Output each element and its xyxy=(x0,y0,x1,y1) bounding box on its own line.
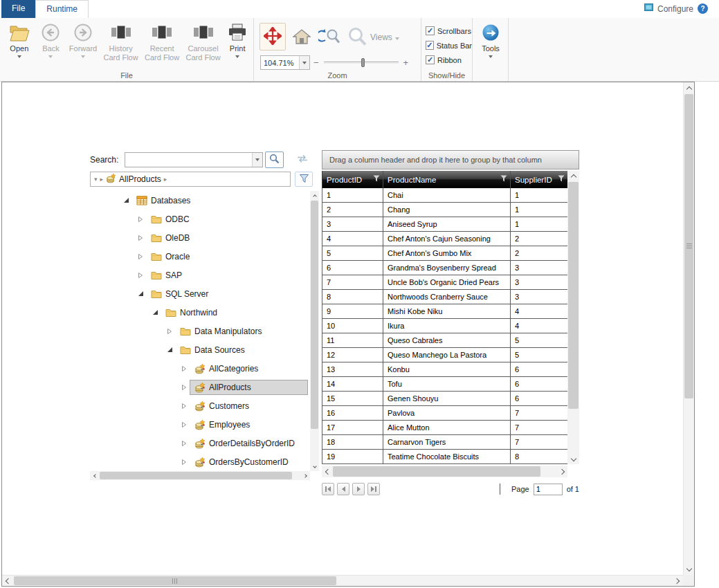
back-button[interactable]: Back xyxy=(36,20,66,58)
carousel-card-flow-button[interactable]: Carousel Card Flow xyxy=(183,20,224,62)
scroll-right-icon[interactable] xyxy=(301,471,310,480)
tree-hscroll-thumb[interactable] xyxy=(100,472,292,479)
column-filter-funnel-icon[interactable] xyxy=(373,175,380,184)
home-button[interactable] xyxy=(290,26,313,48)
table-row[interactable]: 13Konbu6 xyxy=(322,362,567,377)
table-row[interactable]: 18Carnarvon Tigers7 xyxy=(322,435,567,450)
scroll-left-icon[interactable] xyxy=(90,471,99,480)
table-row[interactable]: 12Queso Manchego La Pastora5 xyxy=(322,348,567,362)
grid-vscroll-thumb[interactable] xyxy=(568,182,579,409)
scrollbars-checkbox[interactable]: ✓ Scrollbars xyxy=(426,24,472,38)
scroll-up-icon[interactable] xyxy=(310,191,319,200)
tree-item-data-manipulators[interactable]: Data Manipulators xyxy=(90,322,310,340)
collapsed-arrow-icon[interactable] xyxy=(136,253,145,260)
tree-item-allcategories[interactable]: AllCategories xyxy=(90,359,310,378)
tree-item-content[interactable]: OleDB xyxy=(146,231,308,245)
column-header-productid[interactable]: ProductID xyxy=(322,171,383,188)
tree-item-content[interactable]: AllCategories xyxy=(190,361,308,376)
zoom-level-combo[interactable] xyxy=(260,55,310,70)
page-number-input[interactable] xyxy=(534,484,563,495)
breadcrumb-bar[interactable]: ▾ ▸ AllProducts ▸ xyxy=(90,172,291,187)
search-input[interactable] xyxy=(125,153,252,167)
document-hscroll-thumb[interactable] xyxy=(14,576,336,585)
help-icon[interactable]: ? xyxy=(698,3,708,14)
table-row[interactable]: 14Tofu6 xyxy=(322,377,567,392)
tree-item-northwind[interactable]: Northwind xyxy=(90,303,310,322)
collapsed-arrow-icon[interactable] xyxy=(180,384,188,391)
tree-item-customers[interactable]: Customers xyxy=(90,396,310,415)
expanded-arrow-icon[interactable] xyxy=(165,347,174,353)
combo-dropdown-button[interactable] xyxy=(299,56,309,69)
table-row[interactable]: 7Uncle Bob's Organic Dried Pears3 xyxy=(322,275,567,290)
scroll-up-icon[interactable] xyxy=(567,171,579,181)
tree-item-content[interactable]: AllProducts xyxy=(190,380,308,395)
zoom-slider[interactable]: − + xyxy=(313,54,417,71)
tree-horizontal-scrollbar[interactable] xyxy=(90,471,310,480)
scroll-right-icon[interactable] xyxy=(557,466,567,477)
previous-page-button[interactable] xyxy=(337,483,349,495)
document-horizontal-scrollbar[interactable] xyxy=(2,575,683,586)
search-button[interactable] xyxy=(265,151,284,168)
history-card-flow-button[interactable]: History Card Flow xyxy=(100,20,142,62)
collapsed-arrow-icon[interactable] xyxy=(165,328,174,335)
scroll-left-icon[interactable] xyxy=(322,466,332,477)
tree-item-content[interactable]: ODBC xyxy=(146,212,308,226)
tree-item-content[interactable]: Data Sources xyxy=(175,343,308,357)
tree-item-orderdetailsbyorderid[interactable]: OrderDetailsByOrderID xyxy=(90,434,310,452)
tree-item-content[interactable]: Oracle xyxy=(146,250,308,264)
open-button[interactable]: Open xyxy=(3,20,36,58)
tree-item-content[interactable]: Employees xyxy=(190,417,308,432)
sync-button[interactable] xyxy=(293,152,311,167)
tab-runtime[interactable]: Runtime xyxy=(35,0,89,18)
tree-item-content[interactable]: SQL Server xyxy=(146,287,308,301)
column-header-productname[interactable]: ProductName xyxy=(383,171,511,188)
table-row[interactable]: 6Grandma's Boysenberry Spread3 xyxy=(322,261,567,275)
zoom-slider-thumb[interactable] xyxy=(361,58,365,67)
table-row[interactable]: 15Genen Shouyu6 xyxy=(322,392,567,406)
zoom-reset-button[interactable] xyxy=(316,26,343,48)
configure-button[interactable]: Configure xyxy=(657,4,693,14)
grid-horizontal-scrollbar[interactable] xyxy=(322,466,567,477)
grid-groupby-bar[interactable]: Drag a column header and drop it here to… xyxy=(322,150,579,169)
scroll-down-icon[interactable] xyxy=(567,454,579,464)
grid-hscroll-thumb[interactable] xyxy=(333,466,540,477)
table-row[interactable]: 19Teatime Chocolate Biscuits8 xyxy=(322,450,567,464)
forward-button[interactable]: Forward xyxy=(66,20,100,58)
table-row[interactable]: 5Chef Anton's Gumbo Mix2 xyxy=(322,246,567,261)
table-row[interactable]: 4Chef Anton's Cajun Seasoning2 xyxy=(322,232,567,246)
collapsed-arrow-icon[interactable] xyxy=(180,403,188,410)
tree-item-databases[interactable]: Databases xyxy=(90,191,310,210)
tab-file[interactable]: File xyxy=(1,0,35,18)
tree-item-content[interactable]: Databases xyxy=(131,194,308,208)
tree-item-content[interactable]: Northwind xyxy=(161,306,308,320)
table-row[interactable]: 10Ikura4 xyxy=(322,319,567,333)
search-combo[interactable] xyxy=(125,152,263,167)
expanded-arrow-icon[interactable] xyxy=(122,197,130,203)
table-row[interactable]: 16Pavlova7 xyxy=(322,406,567,421)
table-row[interactable]: 9Mishi Kobe Niku4 xyxy=(322,304,567,319)
zoom-level-input[interactable] xyxy=(261,59,299,67)
recent-card-flow-button[interactable]: Recent Card Flow xyxy=(141,20,183,62)
tree-vscroll-thumb[interactable] xyxy=(311,201,318,429)
grid-vertical-scrollbar[interactable] xyxy=(567,171,579,464)
collapsed-arrow-icon[interactable] xyxy=(180,459,188,466)
tree-item-employees[interactable]: Employees xyxy=(90,415,310,434)
expanded-arrow-icon[interactable] xyxy=(151,309,159,315)
document-vertical-scrollbar[interactable] xyxy=(683,82,694,575)
collapsed-arrow-icon[interactable] xyxy=(180,421,188,428)
tree-vertical-scrollbar[interactable] xyxy=(310,191,319,471)
tree-item-content[interactable]: SAP xyxy=(146,268,308,282)
print-button[interactable]: Print xyxy=(224,20,251,58)
tree-item-oracle[interactable]: Oracle xyxy=(90,247,310,266)
scroll-down-icon[interactable] xyxy=(684,564,695,575)
first-page-button[interactable] xyxy=(322,483,334,495)
scroll-left-icon[interactable] xyxy=(2,576,13,587)
tree-item-content[interactable]: OrderDetailsByOrderID xyxy=(190,436,308,451)
breadcrumb-history-caret-icon[interactable]: ▾ xyxy=(94,176,98,183)
breadcrumb-arrow-icon[interactable]: ▸ xyxy=(164,176,167,183)
tree-item-allproducts[interactable]: AllProducts xyxy=(90,378,310,396)
table-row[interactable]: 1Chai1 xyxy=(322,188,567,203)
column-header-supplierid[interactable]: SupplierID xyxy=(511,171,568,188)
views-button[interactable]: Views xyxy=(347,24,399,51)
table-row[interactable]: 17Alice Mutton7 xyxy=(322,421,567,435)
